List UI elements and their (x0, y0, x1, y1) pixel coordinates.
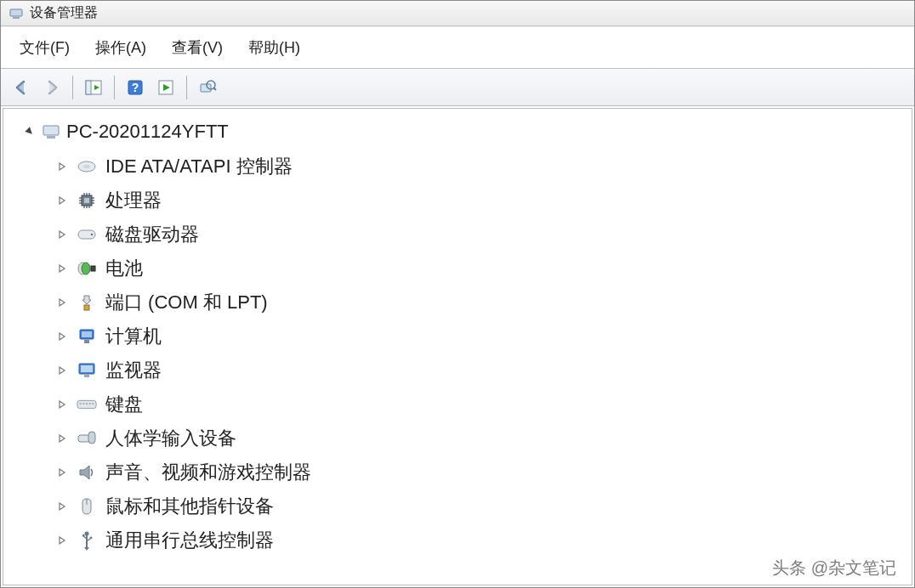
svg-text:?: ? (132, 81, 139, 94)
expand-icon[interactable] (56, 534, 68, 546)
node-label: 人体学输入设备 (105, 426, 236, 451)
tree-node-disk[interactable]: 磁盘驱动器 (51, 218, 903, 252)
svg-line-11 (213, 88, 216, 90)
svg-rect-41 (84, 305, 89, 310)
svg-marker-18 (60, 197, 65, 204)
svg-marker-57 (60, 435, 65, 442)
node-label: 键盘 (105, 392, 143, 417)
disk-drive-icon (77, 224, 97, 245)
port-icon (77, 292, 97, 313)
svg-rect-54 (86, 403, 88, 404)
tree-root-row[interactable]: PC-20201124YFTT (24, 121, 903, 143)
svg-rect-52 (80, 403, 82, 404)
node-label: 电池 (105, 256, 143, 281)
svg-marker-60 (60, 469, 65, 476)
expand-icon[interactable] (56, 331, 68, 342)
node-label: 监视器 (105, 358, 162, 383)
toolbar: ? (1, 69, 914, 106)
title-bar: 设备管理器 (1, 1, 914, 26)
svg-rect-45 (84, 340, 89, 343)
node-label: 鼠标和其他指针设备 (105, 494, 274, 519)
svg-rect-53 (82, 403, 84, 404)
help-button[interactable]: ? (122, 75, 148, 100)
tree-node-hid[interactable]: 人体学输入设备 (51, 421, 903, 455)
node-label: 处理器 (105, 188, 162, 213)
tree-node-sound[interactable]: 声音、视频和游戏控制器 (51, 455, 903, 489)
expand-icon[interactable] (56, 161, 68, 172)
svg-marker-61 (80, 466, 89, 479)
usb-icon (77, 530, 97, 551)
tree-node-port[interactable]: 端口 (COM 和 LPT) (51, 286, 903, 319)
svg-rect-1 (13, 17, 20, 19)
menu-view[interactable]: 查看(V) (165, 34, 230, 61)
svg-marker-40 (60, 299, 65, 306)
forward-button[interactable] (39, 75, 65, 100)
tree-node-monitor[interactable]: 监视器 (51, 353, 903, 387)
svg-rect-20 (84, 198, 89, 203)
svg-rect-49 (84, 375, 89, 377)
svg-rect-0 (10, 9, 22, 16)
expand-icon[interactable] (56, 399, 68, 410)
svg-rect-14 (47, 136, 55, 139)
svg-marker-64 (60, 537, 65, 544)
toolbar-separator (186, 76, 187, 99)
collapse-icon[interactable] (24, 126, 36, 138)
expand-icon[interactable] (56, 195, 68, 206)
svg-rect-48 (81, 365, 93, 372)
mouse-icon (77, 496, 97, 517)
svg-marker-42 (60, 333, 65, 340)
tree-node-cpu[interactable]: 处理器 (51, 184, 903, 218)
svg-marker-50 (60, 401, 65, 408)
expand-icon[interactable] (56, 500, 68, 512)
svg-rect-9 (201, 84, 211, 92)
tree-node-ide[interactable]: IDE ATA/ATAPI 控制器 (51, 150, 903, 184)
tree-node-battery[interactable]: 电池 (51, 252, 903, 286)
expand-icon[interactable] (56, 229, 68, 240)
computer-icon (77, 326, 97, 347)
svg-rect-39 (91, 266, 95, 271)
tree-node-keyboard[interactable]: 键盘 (51, 387, 903, 421)
battery-icon (77, 258, 97, 279)
cpu-icon (77, 190, 97, 211)
window-title: 设备管理器 (30, 4, 98, 22)
svg-point-38 (82, 263, 90, 274)
watermark: 头条 @杂文笔记 (772, 557, 896, 580)
node-label: 声音、视频和游戏控制器 (105, 460, 311, 485)
svg-rect-59 (88, 432, 95, 444)
root-label: PC-20201124YFTT (66, 121, 229, 143)
node-label: 磁盘驱动器 (105, 222, 199, 247)
node-label: 端口 (COM 和 LPT) (105, 290, 268, 315)
menu-help[interactable]: 帮助(H) (242, 34, 307, 61)
expand-icon[interactable] (56, 433, 68, 444)
scan-hardware-button[interactable] (195, 75, 220, 100)
svg-marker-15 (60, 163, 65, 170)
svg-rect-44 (82, 331, 92, 337)
menu-file[interactable]: 文件(F) (13, 34, 77, 61)
svg-point-17 (83, 165, 90, 168)
svg-rect-3 (86, 81, 91, 94)
device-manager-icon (8, 5, 25, 22)
device-tree[interactable]: PC-20201124YFTT IDE ATA/ATAPI 控制器 处理器 磁盘… (3, 108, 912, 585)
console-tree-button[interactable] (81, 75, 106, 100)
expand-icon[interactable] (56, 365, 68, 376)
device-manager-window: 设备管理器 文件(F) 操作(A) 查看(V) 帮助(H) ? (0, 0, 915, 588)
svg-marker-46 (60, 367, 65, 374)
svg-point-65 (85, 532, 89, 536)
tree-node-computer[interactable]: 计算机 (51, 319, 903, 353)
keyboard-icon (77, 394, 97, 415)
tree-node-usb[interactable]: 通用串行总线控制器 (51, 523, 903, 557)
expand-icon[interactable] (56, 297, 68, 308)
menubar: 文件(F) 操作(A) 查看(V) 帮助(H) (1, 26, 914, 69)
svg-rect-56 (92, 403, 94, 404)
back-button[interactable] (9, 75, 34, 100)
sound-icon (77, 462, 97, 483)
menu-action[interactable]: 操作(A) (88, 34, 153, 61)
svg-rect-67 (82, 534, 85, 537)
expand-icon[interactable] (56, 466, 68, 478)
properties-button[interactable] (153, 75, 179, 100)
monitor-icon (77, 360, 97, 381)
toolbar-separator (114, 76, 115, 99)
tree-node-mouse[interactable]: 鼠标和其他指针设备 (51, 489, 903, 523)
svg-point-68 (90, 537, 93, 540)
expand-icon[interactable] (56, 263, 68, 274)
